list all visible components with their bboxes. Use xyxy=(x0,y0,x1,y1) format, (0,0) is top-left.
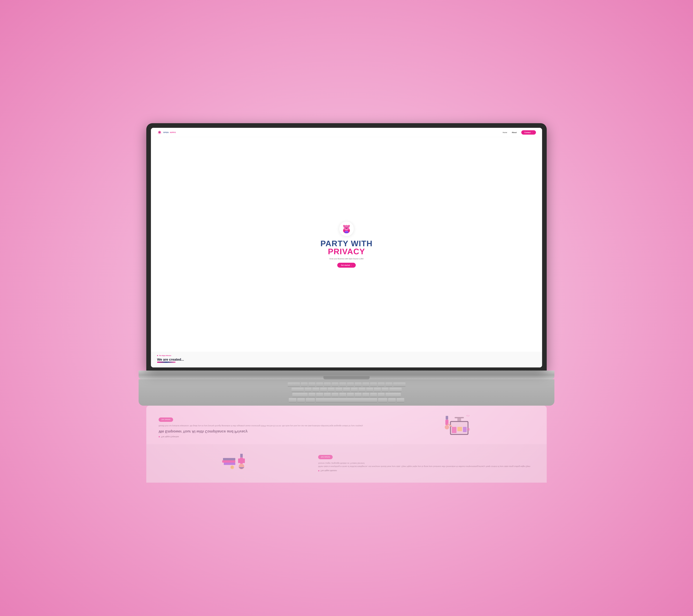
hippo-avatar xyxy=(339,221,354,236)
laptop-container: OPEN HIPPO Home About Contact → xyxy=(131,123,562,493)
key-o xyxy=(362,382,369,387)
expertise-heading: We Empower Your AI with Compliance and P… xyxy=(159,429,375,434)
laptop-keyboard xyxy=(139,379,554,405)
svg-point-12 xyxy=(343,225,344,226)
hippo-illustration xyxy=(340,222,353,235)
keyboard-row-2 xyxy=(151,388,542,392)
keyboard-row-space xyxy=(151,398,542,402)
key-enter xyxy=(389,388,402,392)
key-shift-l xyxy=(292,393,308,397)
nav-links: Home About Contact → xyxy=(503,130,536,135)
key-s xyxy=(312,388,319,392)
reflected-expertise-text: The Hippo Expertise We Empower Your AI w… xyxy=(159,417,375,438)
navbar: OPEN HIPPO Home About Contact → xyxy=(151,128,542,137)
reflected-mission-section: $ The Hippo Mission When data is everyth… xyxy=(146,444,547,483)
svg-text:$: $ xyxy=(232,466,233,468)
svg-point-37 xyxy=(445,425,449,429)
keyboard-rows xyxy=(151,382,542,402)
key-g xyxy=(335,388,342,392)
key-period xyxy=(370,393,377,397)
mission-tag: The Hippo Mission xyxy=(157,355,536,356)
laptop-base xyxy=(139,371,554,379)
key-fn xyxy=(397,398,404,402)
expertise-dot xyxy=(159,436,160,438)
svg-point-13 xyxy=(349,225,350,226)
svg-rect-36 xyxy=(455,417,464,418)
key-semi xyxy=(374,388,381,392)
laptop-reflection: $ The Hippo Mission When data is everyth… xyxy=(139,405,554,493)
expertise-cta[interactable]: Get started xyxy=(159,417,173,422)
contact-button[interactable]: Contact → xyxy=(521,130,536,135)
svg-rect-34 xyxy=(463,427,467,432)
key-j xyxy=(351,388,358,392)
logo: OPEN HIPPO xyxy=(157,130,176,135)
svg-rect-21 xyxy=(224,463,235,465)
key-r xyxy=(324,382,331,387)
svg-rect-33 xyxy=(457,427,462,431)
key-tab xyxy=(288,382,300,387)
key-shift-r xyxy=(385,393,401,397)
key-q xyxy=(301,382,308,387)
key-c xyxy=(324,393,331,397)
key-f xyxy=(328,388,335,392)
website: OPEN HIPPO Home About Contact → xyxy=(151,128,542,367)
svg-rect-40 xyxy=(446,416,447,420)
logo-hippo: HIPPO xyxy=(170,132,176,133)
keyboard-row-1 xyxy=(151,382,542,387)
key-d xyxy=(320,388,327,392)
svg-rect-24 xyxy=(238,458,240,463)
key-n xyxy=(347,393,354,397)
svg-rect-23 xyxy=(240,458,243,464)
logo-icon xyxy=(157,130,162,135)
key-w xyxy=(309,382,315,387)
mission-section: The Hippo Mission We are created... xyxy=(151,352,542,367)
hero-title-line2: PRIVACY xyxy=(328,247,365,256)
key-b xyxy=(339,393,346,397)
expertise-body: Benefit from our practical experience. W… xyxy=(159,424,375,427)
svg-point-15 xyxy=(346,228,346,229)
key-h xyxy=(343,388,350,392)
hero-title-line1: PARTY WITH xyxy=(320,239,373,247)
nav-about[interactable]: About xyxy=(512,132,517,133)
books-illustration: $ xyxy=(218,451,249,476)
reflected-cta[interactable]: Get started xyxy=(318,455,333,459)
key-ctrl xyxy=(289,398,296,402)
svg-rect-20 xyxy=(222,460,235,463)
reflected-dot xyxy=(318,470,319,471)
key-p xyxy=(370,382,377,387)
logo-open: OPEN xyxy=(163,132,169,133)
computer-illustration: </> xyxy=(442,410,476,438)
key-y xyxy=(339,382,346,387)
svg-point-6 xyxy=(159,131,159,132)
hero-subtitle: Grow your Business with Open Source LLMs… xyxy=(330,258,363,260)
key-backspace xyxy=(393,382,405,387)
reflected-mission-text: The Hippo Mission When data is everythin… xyxy=(318,455,534,472)
laptop-screen-inner: OPEN HIPPO Home About Contact → xyxy=(151,128,542,367)
key-bracket-r xyxy=(385,382,392,387)
key-quote xyxy=(382,388,389,392)
get-started-button[interactable]: Get started → xyxy=(337,263,356,267)
nav-home[interactable]: Home xyxy=(503,132,507,133)
svg-point-7 xyxy=(160,131,160,132)
mission-tag-label: The Hippo Mission xyxy=(159,355,171,356)
hero-section: PARTY WITH PRIVACY Grow your Business wi… xyxy=(151,137,542,352)
reflected-body: When data is everything in times of arti… xyxy=(318,462,534,468)
key-l xyxy=(366,388,373,392)
key-bracket-l xyxy=(378,382,385,387)
key-u xyxy=(347,382,354,387)
key-comma xyxy=(362,393,369,397)
reflected-tag-label: The Hippo Mission xyxy=(320,470,337,472)
svg-rect-41 xyxy=(447,416,448,420)
keyboard-row-3 xyxy=(151,393,542,397)
svg-rect-35 xyxy=(457,418,461,421)
reflection-screen: $ The Hippo Mission When data is everyth… xyxy=(146,405,547,483)
key-slash xyxy=(378,393,385,397)
key-e xyxy=(316,382,323,387)
key-space xyxy=(316,398,377,402)
key-opt xyxy=(297,398,305,402)
expertise-tag-label: The Hippo Expertise xyxy=(161,436,179,438)
key-x xyxy=(316,393,323,397)
svg-point-16 xyxy=(347,228,347,229)
reflected-expertise-section: The Hippo Expertise We Empower Your AI w… xyxy=(146,405,547,444)
key-cmd xyxy=(306,398,315,402)
